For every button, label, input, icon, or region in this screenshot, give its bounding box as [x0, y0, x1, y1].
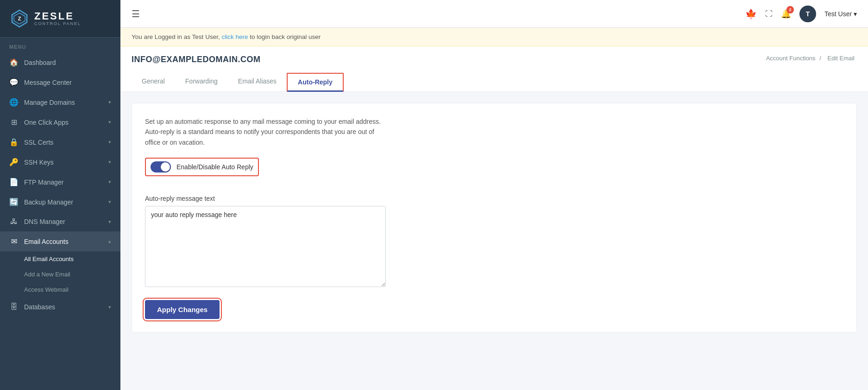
tabs: General Forwarding Email Aliases Auto-Re…: [132, 73, 857, 91]
notice-link[interactable]: click here: [221, 33, 248, 40]
hamburger-button[interactable]: ☰: [132, 8, 140, 19]
breadcrumb-separator: /: [819, 55, 821, 62]
menu-label: MENU: [0, 38, 120, 52]
apply-button-wrapper: Apply Changes: [145, 300, 843, 319]
sidebar-item-label: Message Center: [24, 79, 72, 86]
avatar: T: [799, 6, 816, 22]
logo-subtitle: CONTROL PANEL: [34, 21, 81, 26]
chevron-down-icon: ▾: [108, 159, 111, 165]
sidebar-item-label: Dashboard: [24, 59, 56, 66]
lock-icon: 🔒: [9, 138, 19, 147]
chevron-up-icon: ▴: [108, 238, 111, 244]
chevron-down-icon: ▾: [108, 219, 111, 225]
backup-icon: 🔄: [9, 198, 19, 206]
sidebar-sub-item-all-email-accounts[interactable]: All Email Accounts: [0, 251, 120, 267]
sidebar-item-backup-manager[interactable]: 🔄 Backup Manager ▾: [0, 192, 120, 212]
dns-icon: 🖧: [9, 217, 19, 226]
sidebar-item-one-click-apps[interactable]: ⊞ One Click Apps ▾: [0, 112, 120, 132]
message-form-group: Auto-reply message text your auto reply …: [145, 195, 843, 289]
tab-email-aliases[interactable]: Email Aliases: [228, 73, 287, 92]
tab-general[interactable]: General: [132, 73, 175, 92]
sidebar-item-ssh-keys[interactable]: 🔑 SSH Keys ▾: [0, 152, 120, 172]
email-icon: ✉: [9, 237, 19, 246]
topbar-right: 🍁 ⛶ 🔔 2 T Test User ▾: [745, 6, 857, 22]
notice-text-before: You are Logged in as Test User,: [132, 33, 220, 40]
logo-icon: Z: [9, 8, 30, 29]
chevron-down-icon: ▾: [108, 99, 111, 105]
page-title: INFO@EXAMPLEDOMAIN.COM: [132, 55, 261, 64]
auto-reply-description: Set up an automatic response to any mail…: [145, 116, 386, 147]
file-icon: 📄: [9, 178, 19, 186]
tab-forwarding[interactable]: Forwarding: [175, 73, 228, 92]
topbar-left: ☰: [132, 8, 140, 19]
page-header: INFO@EXAMPLEDOMAIN.COM Account Functions…: [120, 46, 868, 92]
auto-reply-toggle[interactable]: [151, 161, 171, 173]
key-icon: 🔑: [9, 158, 19, 166]
sidebar-item-message-center[interactable]: 💬 Message Center: [0, 72, 120, 92]
sidebar-sub-item-add-new-email[interactable]: Add a New Email: [0, 267, 120, 282]
page-header-top: INFO@EXAMPLEDOMAIN.COM Account Functions…: [132, 55, 857, 71]
message-icon: 💬: [9, 78, 19, 87]
globe-icon: 🌐: [9, 98, 19, 107]
main-content: ☰ 🍁 ⛶ 🔔 2 T Test User ▾ You are Logged i…: [120, 0, 868, 390]
content-area: You are Logged in as Test User, click he…: [120, 28, 868, 390]
sidebar-item-manage-domains[interactable]: 🌐 Manage Domains ▾: [0, 92, 120, 112]
sidebar-item-label: One Click Apps: [24, 119, 69, 126]
chevron-down-icon: ▾: [108, 139, 111, 145]
notification-badge: 2: [786, 6, 794, 13]
chevron-down-icon: ▾: [108, 179, 111, 185]
sidebar-item-dns-manager[interactable]: 🖧 DNS Manager ▾: [0, 212, 120, 231]
expand-icon[interactable]: ⛶: [765, 10, 773, 18]
sidebar-item-ssl-certs[interactable]: 🔒 SSL Certs ▾: [0, 132, 120, 152]
flag-icon[interactable]: 🍁: [745, 8, 757, 19]
database-icon: 🗄: [9, 303, 19, 311]
breadcrumb-current: Edit Email: [827, 55, 855, 62]
sidebar-item-label: FTP Manager: [24, 179, 63, 186]
logo-area: Z ZESLE CONTROL PANEL: [0, 0, 120, 38]
sidebar-sub-item-label: All Email Accounts: [24, 256, 74, 262]
sidebar-item-label: Email Accounts: [24, 238, 69, 245]
auto-reply-toggle-row: Enable/Disable Auto Reply: [145, 158, 259, 176]
topbar: ☰ 🍁 ⛶ 🔔 2 T Test User ▾: [120, 0, 868, 28]
auto-reply-card: Set up an automatic response to any mail…: [132, 103, 857, 332]
sidebar-item-dashboard[interactable]: 🏠 Dashboard: [0, 52, 120, 72]
svg-text:Z: Z: [18, 16, 21, 21]
notification-bell-icon[interactable]: 🔔 2: [781, 9, 791, 19]
sidebar: Z ZESLE CONTROL PANEL MENU 🏠 Dashboard 💬…: [0, 0, 120, 390]
sidebar-item-label: DNS Manager: [24, 218, 65, 225]
apps-icon: ⊞: [9, 118, 19, 127]
sidebar-item-email-accounts[interactable]: ✉ Email Accounts ▴: [0, 231, 120, 251]
home-icon: 🏠: [9, 58, 19, 67]
chevron-down-icon: ▾: [108, 119, 111, 125]
toggle-label: Enable/Disable Auto Reply: [176, 163, 253, 171]
tab-auto-reply[interactable]: Auto-Reply: [287, 73, 344, 92]
auto-reply-message-input[interactable]: your auto reply message here: [145, 206, 386, 287]
sidebar-item-label: SSL Certs: [24, 139, 53, 146]
notice-text-after: to login back original user: [250, 33, 321, 40]
sidebar-item-label: Manage Domains: [24, 99, 75, 106]
sidebar-item-ftp-manager[interactable]: 📄 FTP Manager ▾: [0, 172, 120, 192]
logo-text: ZESLE CONTROL PANEL: [34, 11, 81, 26]
logo-title: ZESLE: [34, 11, 81, 21]
apply-changes-button[interactable]: Apply Changes: [145, 300, 220, 319]
chevron-down-icon: ▾: [108, 199, 111, 205]
user-menu-button[interactable]: Test User ▾: [824, 10, 857, 18]
sidebar-item-databases[interactable]: 🗄 Databases ▾: [0, 297, 120, 317]
sidebar-sub-item-label: Access Webmail: [24, 286, 69, 293]
sidebar-item-label: SSH Keys: [24, 159, 54, 166]
sidebar-sub-item-label: Add a New Email: [24, 271, 70, 278]
breadcrumb: Account Functions / Edit Email: [766, 55, 857, 62]
chevron-down-icon: ▾: [108, 304, 111, 310]
sidebar-item-label: Backup Manager: [24, 198, 73, 206]
sidebar-sub-item-access-webmail[interactable]: Access Webmail: [0, 282, 120, 297]
message-label: Auto-reply message text: [145, 195, 843, 202]
breadcrumb-parent[interactable]: Account Functions: [766, 55, 816, 62]
sidebar-item-label: Databases: [24, 303, 55, 311]
notice-bar: You are Logged in as Test User, click he…: [120, 28, 868, 46]
